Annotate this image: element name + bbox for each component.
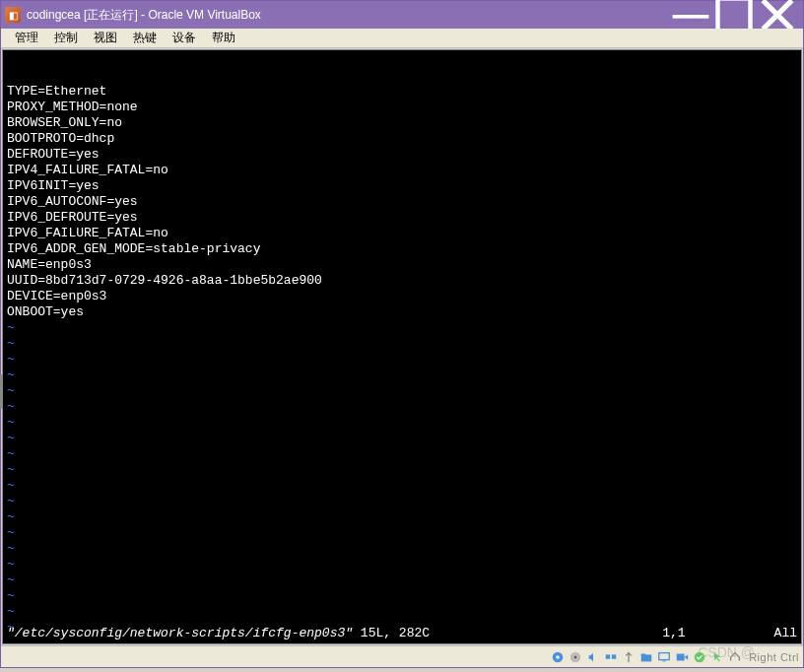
- vim-empty-line: ~: [7, 557, 797, 572]
- menu-bar: 管理 控制 视图 热键 设备 帮助: [1, 29, 803, 48]
- maximize-button[interactable]: [712, 1, 756, 29]
- close-button[interactable]: [756, 1, 799, 29]
- audio-icon[interactable]: [585, 649, 601, 665]
- vm-status-bar: Right Ctrl: [1, 645, 803, 667]
- terminal-line: TYPE=Ethernet: [7, 84, 797, 100]
- svg-rect-12: [677, 653, 685, 660]
- mouse-integration-icon[interactable]: [709, 649, 725, 665]
- vim-cursor-pos: 1,1: [662, 626, 685, 641]
- host-key-label: Right Ctrl: [749, 651, 799, 663]
- svg-rect-0: [673, 15, 709, 19]
- terminal-line: IPV6_DEFROUTE=yes: [7, 210, 797, 226]
- title-bar[interactable]: ◧ codingcea [正在运行] - Oracle VM VirtualBo…: [1, 1, 803, 29]
- terminal-line: PROXY_METHOD=none: [7, 100, 797, 115]
- vim-empty-line: ~: [7, 604, 797, 620]
- terminal-line: IPV6_AUTOCONF=yes: [7, 194, 797, 210]
- usb-icon[interactable]: [621, 649, 636, 665]
- menu-devices[interactable]: 设备: [165, 29, 204, 47]
- vim-scroll-pos: All: [774, 626, 797, 641]
- vim-empty-line: ~: [7, 525, 797, 541]
- vim-file-info: 15L, 282C: [353, 626, 430, 641]
- terminal-line: IPV6_FAILURE_FATAL=no: [7, 226, 797, 241]
- optical-drive-icon[interactable]: [568, 649, 583, 665]
- hard-disk-icon[interactable]: [550, 649, 566, 665]
- vm-window: ◧ codingcea [正在运行] - Oracle VM VirtualBo…: [0, 0, 804, 668]
- vim-empty-line: ~: [7, 509, 797, 525]
- menu-hotkeys[interactable]: 热键: [125, 29, 165, 47]
- svg-rect-9: [641, 653, 645, 655]
- recording-icon[interactable]: [674, 649, 690, 665]
- terminal[interactable]: TYPE=EthernetPROXY_METHOD=noneBROWSER_ON…: [2, 49, 802, 644]
- svg-point-5: [574, 655, 577, 658]
- vim-empty-line: ~: [7, 541, 797, 557]
- svg-rect-8: [641, 654, 652, 661]
- menu-view[interactable]: 视图: [86, 29, 125, 47]
- terminal-content: TYPE=EthernetPROXY_METHOD=noneBROWSER_ON…: [7, 84, 797, 636]
- svg-rect-11: [662, 660, 666, 661]
- terminal-line: ONBOOT=yes: [7, 304, 797, 320]
- terminal-line: DEVICE=enp0s3: [7, 289, 797, 304]
- vim-empty-line: ~: [7, 431, 797, 446]
- vim-empty-line: ~: [7, 478, 797, 494]
- vim-filename: "/etc/sysconfig/network-scripts/ifcfg-en…: [7, 626, 353, 641]
- vim-empty-line: ~: [7, 494, 797, 509]
- terminal-line: IPV6INIT=yes: [7, 178, 797, 194]
- display-icon[interactable]: [656, 649, 672, 665]
- vim-empty-line: ~: [7, 368, 797, 383]
- terminal-line: UUID=8bd713d7-0729-4926-a8aa-1bbe5b2ae90…: [7, 273, 797, 289]
- app-icon: ◧: [5, 7, 21, 23]
- svg-point-3: [556, 655, 560, 659]
- vim-empty-line: ~: [7, 336, 797, 352]
- vim-empty-line: ~: [7, 446, 797, 462]
- keyboard-capture-icon[interactable]: [727, 649, 743, 665]
- vim-empty-line: ~: [7, 383, 797, 399]
- terminal-line: BOOTPROTO=dhcp: [7, 131, 797, 147]
- menu-manage[interactable]: 管理: [7, 29, 46, 47]
- guest-additions-icon[interactable]: [692, 649, 707, 665]
- svg-rect-6: [606, 654, 610, 658]
- svg-rect-7: [612, 654, 616, 658]
- menu-control[interactable]: 控制: [46, 29, 86, 47]
- vim-empty-line: ~: [7, 320, 797, 336]
- vim-empty-line: ~: [7, 462, 797, 478]
- minimize-button[interactable]: [669, 1, 712, 29]
- terminal-line: DEFROUTE=yes: [7, 147, 797, 163]
- shared-folders-icon[interactable]: [638, 649, 654, 665]
- vim-empty-line: ~: [7, 572, 797, 588]
- terminal-line: BROWSER_ONLY=no: [7, 115, 797, 131]
- svg-rect-10: [659, 652, 670, 659]
- vim-status-line: "/etc/sysconfig/network-scripts/ifcfg-en…: [7, 626, 797, 641]
- vim-empty-line: ~: [7, 352, 797, 368]
- menu-help[interactable]: 帮助: [204, 29, 243, 47]
- terminal-line: IPV6_ADDR_GEN_MODE=stable-privacy: [7, 241, 797, 257]
- svg-rect-1: [718, 0, 751, 32]
- vim-empty-line: ~: [7, 399, 797, 415]
- vim-empty-line: ~: [7, 415, 797, 431]
- vim-empty-line: ~: [7, 588, 797, 604]
- terminal-line: NAME=enp0s3: [7, 257, 797, 273]
- terminal-line: IPV4_FAILURE_FATAL=no: [7, 163, 797, 178]
- network-icon[interactable]: [603, 649, 619, 665]
- window-title: codingcea [正在运行] - Oracle VM VirtualBox: [27, 7, 669, 24]
